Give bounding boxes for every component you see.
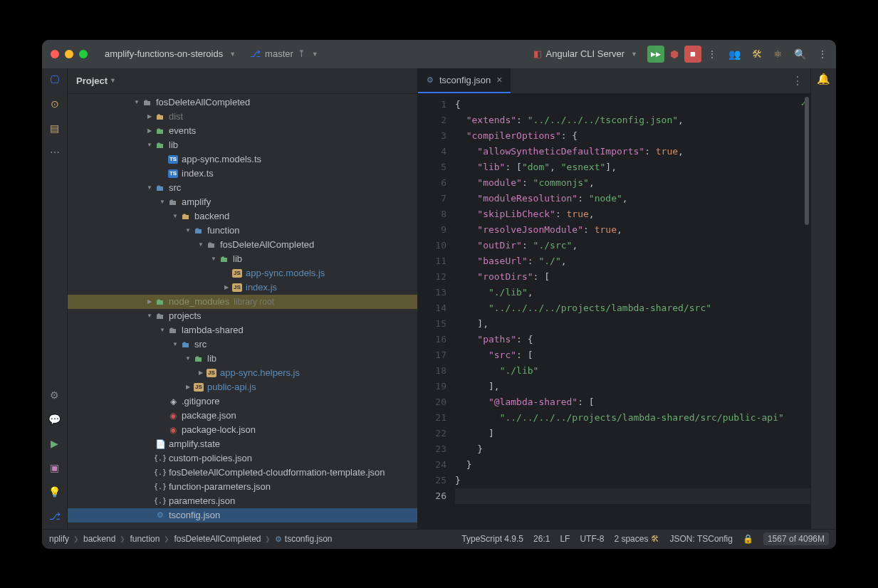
tree-row[interactable]: ▶🖿dist	[68, 110, 417, 124]
project-name: amplify-functions-on-steroids	[105, 48, 223, 59]
run-config-name: Angular CLI Server	[546, 48, 625, 59]
more-tool-icon[interactable]: ⋯	[50, 147, 60, 158]
breadcrumb-item[interactable]: backend	[83, 534, 115, 544]
tree-row[interactable]: JSapp-sync.models.js	[68, 266, 417, 280]
project-tool-icon[interactable]: 🖵	[50, 74, 60, 85]
tree-row[interactable]: ▶🖿node_moduleslibrary root	[68, 295, 417, 309]
run-button[interactable]: ▶▶	[647, 46, 664, 63]
chat-icon[interactable]: 💬	[48, 414, 61, 425]
settings-icon[interactable]: ⚙	[50, 389, 59, 401]
structure-tool-icon[interactable]: ▤	[50, 122, 59, 134]
tree-row[interactable]: {.}parameters.json	[68, 494, 417, 508]
terminal-icon[interactable]: ▣	[50, 462, 59, 473]
tab-name: tsconfig.json	[439, 75, 491, 85]
status-eol[interactable]: LF	[560, 534, 570, 544]
run-config-selector[interactable]: ◧ Angular CLI Server ▼	[533, 48, 637, 59]
debug-icon[interactable]: ⬢	[670, 48, 679, 60]
status-caret[interactable]: 26:1	[533, 534, 550, 544]
tree-row[interactable]: {.}function-parameters.json	[68, 480, 417, 494]
tree-row[interactable]: ▼🖿fosDeleteAllCompleted	[68, 238, 417, 252]
tree-row[interactable]: ▼🖿lib	[68, 352, 417, 366]
editor-scrollbar[interactable]	[805, 97, 809, 225]
tree-row[interactable]: ▼🖿src	[68, 181, 417, 195]
chevron-down-icon: ▼	[229, 51, 236, 58]
statusbar: nplify❯backend❯function❯fosDeleteAllComp…	[42, 529, 836, 549]
tree-row[interactable]: ▶JSindex.js	[68, 280, 417, 295]
sidebar-title: Project	[76, 75, 108, 86]
project-sidebar: Project ▼ ▼🖿fosDeleteAllCompleted▶🖿dist▶…	[68, 68, 418, 529]
notifications-icon[interactable]: 🔔	[817, 73, 830, 85]
tree-row[interactable]: ◉package.json	[68, 409, 417, 423]
right-tool-gutter: 🔔	[810, 68, 836, 529]
status-encoding[interactable]: UTF-8	[580, 534, 604, 544]
close-tab-icon[interactable]: ×	[496, 74, 502, 85]
file-tree[interactable]: ▼🖿fosDeleteAllCompleted▶🖿dist▶🖿events▼🖿l…	[68, 94, 417, 529]
tree-row[interactable]: {.}custom-policies.json	[68, 451, 417, 466]
editor-tabs: ⚙ tsconfig.json × ⋮	[418, 68, 810, 94]
project-selector[interactable]: amplify-functions-on-steroids ▼	[105, 48, 236, 59]
tree-row[interactable]: ▼🖿lambda-shared	[68, 323, 417, 337]
tree-row[interactable]: ▼🖿backend	[68, 209, 417, 224]
tree-row[interactable]: {.}fosDeleteAllCompleted-cloudformation-…	[68, 466, 417, 480]
close-window[interactable]	[51, 50, 59, 58]
breadcrumb-item[interactable]: function	[130, 534, 160, 544]
tree-row[interactable]: ▼🖿function	[68, 224, 417, 238]
breadcrumb-item[interactable]: fosDeleteAllCompleted	[174, 534, 261, 544]
commit-tool-icon[interactable]: ⊙	[51, 98, 59, 110]
push-icon: ⤒	[298, 48, 305, 59]
tree-row[interactable]: ▼🖿src	[68, 337, 417, 352]
tab-menu-icon[interactable]: ⋮	[785, 68, 810, 93]
stop-button[interactable]: ■	[684, 46, 701, 63]
tab-tsconfig[interactable]: ⚙ tsconfig.json ×	[418, 68, 511, 93]
branch-icon: ⎇	[250, 48, 261, 59]
tree-row[interactable]: ⚙tsconfig.json	[68, 508, 417, 523]
zoom-window[interactable]	[79, 50, 88, 58]
breadcrumbs[interactable]: nplify❯backend❯function❯fosDeleteAllComp…	[49, 534, 333, 544]
tree-row[interactable]: ◈.gitignore	[68, 394, 417, 409]
tree-row[interactable]: ▼🖿lib	[68, 252, 417, 266]
tree-row[interactable]: ▼🖿lib	[68, 138, 417, 152]
git-tool-icon[interactable]: ⎇	[49, 510, 61, 522]
editor-area: ⚙ tsconfig.json × ⋮ 12345678910111213141…	[418, 68, 810, 529]
tree-row[interactable]: ▼🖿fosDeleteAllCompleted	[68, 95, 417, 110]
code-content[interactable]: { "extends": "../../../../tsconfig.json"…	[452, 94, 810, 529]
tree-row[interactable]: ▼🖿amplify	[68, 195, 417, 209]
tree-row[interactable]: ▶🖿events	[68, 124, 417, 138]
status-typescript[interactable]: TypeScript 4.9.5	[461, 534, 523, 544]
window-controls[interactable]	[51, 50, 88, 58]
editor[interactable]: 1234567891011121314151617181920212223242…	[418, 94, 810, 529]
tree-row[interactable]: TSapp-sync.models.ts	[68, 152, 417, 167]
search-icon[interactable]: 🔍	[794, 48, 806, 60]
atom-icon[interactable]: ⚛	[773, 48, 783, 60]
git-branch[interactable]: ⎇ master ⤒ ▼	[250, 48, 318, 59]
body: 🖵 ⊙ ▤ ⋯ ⚙ 💬 ▶ ▣ 💡 ⎇ Project ▼ ▼🖿fosDelet…	[42, 68, 836, 529]
ide-window: amplify-functions-on-steroids ▼ ⎇ master…	[42, 40, 836, 549]
left-tool-gutter: 🖵 ⊙ ▤ ⋯ ⚙ 💬 ▶ ▣ 💡 ⎇	[42, 68, 68, 529]
tools-icon[interactable]: 🛠	[752, 48, 762, 60]
status-lock-icon[interactable]: 🔒	[743, 534, 753, 544]
tree-row[interactable]: 📄amplify.state	[68, 437, 417, 451]
tree-row[interactable]: ◉package-lock.json	[68, 423, 417, 437]
tree-row[interactable]: TSindex.ts	[68, 167, 417, 181]
more-icon[interactable]: ⋮	[707, 48, 717, 60]
code-with-me-icon[interactable]: 👥	[728, 48, 741, 60]
minimize-window[interactable]	[65, 50, 73, 58]
problems-icon[interactable]: 💡	[48, 486, 61, 498]
chevron-down-icon: ▼	[631, 51, 637, 58]
sidebar-header[interactable]: Project ▼	[68, 68, 417, 94]
gear-icon: ⚙	[427, 75, 434, 85]
chevron-down-icon: ▼	[110, 77, 116, 84]
breadcrumb-item[interactable]: ⚙ tsconfig.json	[275, 534, 332, 544]
status-schema[interactable]: JSON: TSConfig	[669, 534, 732, 544]
status-memory[interactable]: 1567 of 4096M	[763, 532, 829, 545]
tree-row[interactable]: ▶JSapp-sync.helpers.js	[68, 366, 417, 380]
tree-row[interactable]: ▶JSpublic-api.js	[68, 380, 417, 394]
status-indent[interactable]: 2 spaces🛠	[614, 534, 659, 544]
branch-name: master	[265, 48, 293, 59]
breadcrumb-item[interactable]: nplify	[49, 534, 69, 544]
run-config-icon: ◧	[533, 48, 542, 59]
settings-menu-icon[interactable]: ⋮	[817, 48, 827, 60]
titlebar: amplify-functions-on-steroids ▼ ⎇ master…	[42, 40, 836, 68]
tree-row[interactable]: ▼🖿projects	[68, 309, 417, 323]
run-tool-icon[interactable]: ▶	[51, 438, 58, 449]
